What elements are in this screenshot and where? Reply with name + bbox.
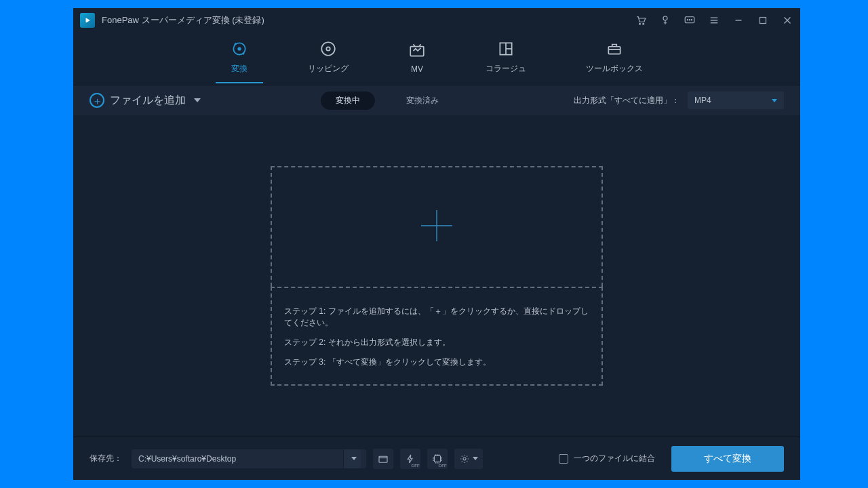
svg-marker-0 [86,18,90,22]
tab-label: ツールボックス [586,63,643,75]
plus-circle-icon: ＋ [90,93,104,108]
big-plus-icon [420,209,454,245]
svg-rect-27 [435,455,441,462]
checkbox-icon [559,454,568,464]
svg-point-17 [321,42,335,56]
segment-converting[interactable]: 変換中 [321,92,375,110]
svg-point-28 [463,458,466,460]
output-format-select[interactable]: MP4 [688,92,784,109]
tab-ripping[interactable]: リッピング [298,35,358,83]
merge-checkbox[interactable]: 一つのファイルに結合 [559,453,655,464]
tab-label: リッピング [308,63,349,75]
instructions: ステップ 1: ファイルを追加するには、「＋」をクリックするか、直接にドロップし… [271,287,603,385]
off-badge: OFF [438,464,447,468]
save-path-select[interactable]: C:¥Users¥softaro¥Desktop [132,449,366,468]
merge-label: 一つのファイルに結合 [574,453,655,464]
mv-icon [408,41,426,59]
drop-zone: ステップ 1: ファイルを追加するには、「＋」をクリックするか、直接にドロップし… [271,166,603,385]
svg-point-18 [326,47,330,50]
step-3: ステップ 3: 「すべて変換」をクリックして変換します。 [284,357,589,368]
subbar: ＋ ファイルを追加 変換中 変換済み 出力形式「すべてに適用」： MP4 [73,85,800,115]
tab-mv[interactable]: MV [399,36,435,82]
settings-button[interactable] [454,449,483,469]
main-tabs: 変換 リッピング MV コラージュ ツールボックス [73,33,800,85]
save-path-value: C:¥Users¥softaro¥Desktop [138,454,236,464]
toolbox-icon [606,40,623,58]
tab-label: コラージュ [486,63,526,75]
off-badge: OFF [411,464,420,468]
gpu-button[interactable]: OFF [427,449,448,469]
key-icon[interactable] [659,14,671,26]
svg-rect-26 [379,456,387,462]
footer: 保存先： C:¥Users¥softaro¥Desktop OFF OFF 一つ… [73,436,800,480]
chevron-down-icon [772,99,777,102]
output-format: 出力形式「すべてに適用」： MP4 [574,92,784,109]
svg-point-1 [639,23,641,24]
svg-point-7 [691,20,692,20]
tab-label: MV [411,64,423,74]
tab-convert[interactable]: 変換 [221,35,258,83]
save-to-label: 保存先： [90,453,122,464]
segment-converted[interactable]: 変換済み [391,92,454,110]
chevron-down-icon [194,98,201,102]
minimize-icon[interactable] [732,14,745,26]
app-title: FonePaw スーパーメディア変換 (未登録) [102,14,264,26]
close-icon[interactable] [781,14,793,26]
svg-point-3 [663,16,667,20]
tab-toolbox[interactable]: ツールボックス [576,35,652,83]
status-segment: 変換中 変換済み [321,92,454,110]
menu-icon[interactable] [708,14,720,26]
collage-icon [497,40,515,58]
titlebar: FonePaw スーパーメディア変換 (未登録) [73,8,800,33]
main-area: ステップ 1: ファイルを追加するには、「＋」をクリックするか、直接にドロップし… [73,115,800,436]
step-2: ステップ 2: それから出力形式を選択します。 [284,337,589,348]
cart-icon[interactable] [635,14,647,26]
add-file-label: ファイルを追加 [110,94,186,108]
output-format-value: MP4 [694,96,711,105]
hardware-accel-button[interactable]: OFF [400,449,420,469]
svg-rect-23 [608,47,620,54]
svg-point-5 [687,20,688,20]
svg-point-16 [238,47,240,49]
drop-target[interactable] [271,166,603,287]
tab-collage[interactable]: コラージュ [476,35,536,83]
feedback-icon[interactable] [684,14,696,26]
convert-icon [231,40,248,58]
output-format-label: 出力形式「すべてに適用」： [574,95,679,106]
titlebar-icons [635,14,793,26]
svg-point-6 [689,20,690,20]
app-logo-icon [80,13,95,28]
open-folder-button[interactable] [373,449,393,469]
convert-all-button[interactable]: すべて変換 [671,446,784,472]
step-1: ステップ 1: ファイルを追加するには、「＋」をクリックするか、直接にドロップし… [284,306,589,329]
svg-rect-12 [760,18,766,24]
svg-point-2 [643,23,644,24]
chevron-down-icon [343,449,361,468]
chevron-down-icon [473,457,478,460]
add-file-button[interactable]: ＋ ファイルを追加 [90,93,201,108]
maximize-icon[interactable] [757,14,769,26]
ripping-icon [319,40,337,58]
svg-rect-19 [410,46,424,56]
app-window: FonePaw スーパーメディア変換 (未登録) [73,8,800,480]
tab-label: 変換 [231,63,248,75]
